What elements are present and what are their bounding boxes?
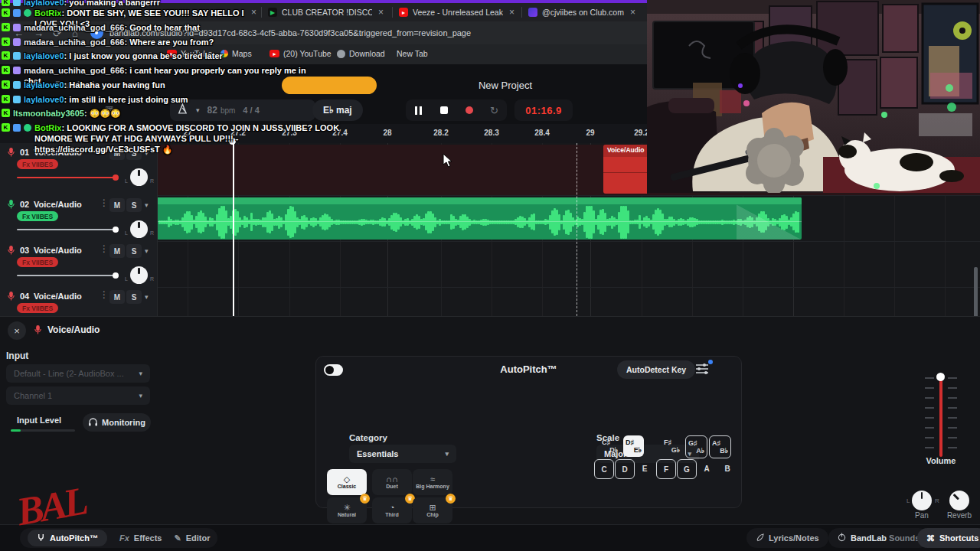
fx-badge[interactable]: Fx VIIBES — [17, 303, 58, 313]
shortcuts-button[interactable]: ⌘ Shortcuts — [917, 528, 980, 548]
track-name: Voice/Audio — [34, 200, 82, 209]
chevron-down-icon[interactable]: ▾ — [145, 293, 149, 301]
audio-clip-green[interactable] — [157, 197, 802, 240]
pan-knob[interactable] — [912, 491, 932, 510]
tab-effects[interactable]: Fx Effects — [119, 533, 162, 543]
mic-icon — [34, 324, 42, 338]
key-d[interactable]: D — [615, 459, 635, 479]
track-menu-icon[interactable]: ⋮ — [100, 197, 109, 208]
close-icon[interactable]: × — [508, 8, 516, 17]
solo-button[interactable]: S — [126, 244, 142, 258]
kick-badge-icon: K — [2, 109, 10, 117]
bandlab-sounds-button[interactable]: BandLab Sounds — [828, 528, 929, 548]
mute-button[interactable]: M — [109, 198, 125, 212]
user-badge-icon — [13, 24, 21, 31]
key-f[interactable]: F — [656, 459, 676, 479]
key-g[interactable]: G — [677, 459, 697, 479]
record-button[interactable] — [456, 99, 482, 121]
fx-badge[interactable]: Fx VIIBES — [17, 257, 58, 267]
user-badge-icon — [13, 0, 21, 6]
close-icon[interactable]: × — [377, 8, 385, 17]
preset-natural[interactable]: ♛ ✳ Natural — [327, 497, 367, 523]
close-icon[interactable]: × — [629, 8, 637, 17]
key-c-sharp[interactable]: C♯D♭ — [599, 435, 620, 457]
mic-icon — [7, 245, 15, 259]
loop-icon[interactable]: ↻ — [482, 99, 507, 121]
browser-tab[interactable]: ▸ Veeze - Unreleased Leak (Offi × — [399, 3, 520, 21]
track-pan-knob[interactable] — [130, 168, 148, 186]
track-volume-slider[interactable] — [17, 275, 117, 276]
playhead[interactable] — [233, 143, 234, 316]
pencil-icon: ✎ — [174, 533, 181, 543]
preset-chip[interactable]: ♛ ⊞ Chip — [413, 497, 452, 523]
volume-slider[interactable] — [939, 376, 942, 457]
track-header[interactable]: 04 Voice/Audio ⋮ M S ▾ Fx VIIBES — [0, 287, 158, 316]
input-channel-select[interactable]: Channel 1 ▾ — [6, 386, 150, 405]
fx-badge[interactable]: Fx VIIBES — [17, 159, 58, 169]
user-badge-icon — [13, 9, 21, 17]
volume-ticks — [925, 377, 934, 457]
premium-crown-icon: ♛ — [446, 494, 456, 504]
diamond-icon: ◇ — [344, 475, 350, 483]
stop-button[interactable] — [431, 99, 456, 121]
track-menu-icon[interactable]: ⋮ — [100, 243, 109, 254]
track-volume-slider[interactable] — [17, 229, 117, 230]
kick-badge-icon: K — [2, 66, 10, 74]
solo-button[interactable]: S — [126, 290, 142, 304]
track-header[interactable]: 02 Voice/Audio ⋮ M S ▾ Fx VIIBES L R — [0, 195, 158, 241]
volume-slider-thumb[interactable] — [936, 373, 945, 381]
key-a[interactable]: A — [697, 459, 716, 478]
tab-title: CLUB CREATOR !DISCORD — [282, 8, 372, 17]
track-number: 02 — [20, 200, 29, 209]
key-e[interactable]: E — [635, 459, 654, 478]
key-button[interactable]: E♭ maj — [312, 99, 363, 121]
tab-editor[interactable]: ✎ Editor — [174, 533, 210, 543]
key-a-sharp[interactable]: A♯B♭ — [709, 435, 731, 458]
key-g-sharp[interactable]: G♯A♭ — [685, 435, 707, 458]
track-header[interactable]: 03 Voice/Audio ⋮ M S ▾ Fx VIIBES L R — [0, 241, 158, 287]
mute-button[interactable]: M — [109, 244, 125, 258]
reverb-knob[interactable] — [949, 491, 969, 510]
close-panel-button[interactable]: × — [8, 321, 26, 340]
track-pan-knob[interactable] — [130, 220, 148, 238]
youtube-icon: ▸ — [399, 8, 408, 17]
track-number: 04 — [20, 292, 29, 301]
input-device-select[interactable]: Default - Line (2- AudioBox ... ▾ — [6, 364, 150, 383]
reverb-label: Reverb — [940, 511, 978, 520]
key-f-sharp[interactable]: F♯G♭ — [662, 435, 682, 457]
preset-third[interactable]: ♛ ◔ Third — [372, 497, 412, 523]
fx-badge[interactable]: Fx VIIBES — [17, 211, 58, 221]
key-b[interactable]: B — [718, 459, 737, 478]
track-volume-slider[interactable] — [17, 177, 117, 178]
key-d-sharp[interactable]: D♯E♭ — [623, 435, 644, 457]
category-label: Category — [349, 433, 387, 442]
track-pan-knob[interactable] — [130, 266, 148, 284]
quill-icon — [756, 533, 764, 543]
category-select[interactable]: Essentials ▾ — [349, 445, 456, 463]
pause-button[interactable] — [406, 99, 431, 121]
mute-button[interactable]: M — [109, 290, 125, 304]
vertical-scrollbar[interactable] — [974, 267, 978, 321]
track-menu-icon[interactable]: ⋮ — [100, 289, 109, 300]
monitoring-button[interactable]: Monitoring — [83, 413, 151, 432]
preset-duet[interactable]: ∩∩ Duet — [372, 469, 412, 495]
audio-clip-red[interactable]: Voice/Audio — [603, 145, 647, 194]
sliders-settings-icon[interactable] — [694, 362, 711, 377]
volume-label: Volume — [918, 456, 964, 465]
bookmark-download[interactable]: Download — [337, 49, 385, 58]
browser-tab[interactable]: ▶ CLUB CREATOR !DISCORD × — [268, 3, 390, 21]
chevron-down-icon[interactable]: ▾ — [145, 247, 149, 255]
chevron-down-icon[interactable]: ▾ — [145, 201, 149, 209]
bookmark-youtube-2[interactable]: ▸ (20) YouTube — [270, 49, 332, 58]
tab-autopitch[interactable]: AutoPitch™ — [28, 530, 107, 546]
key-c[interactable]: C — [594, 459, 614, 479]
solo-button[interactable]: S — [126, 198, 142, 212]
bookmark-label: New Tab — [397, 49, 428, 58]
browser-tab[interactable]: @cjviibes on Club.com × — [528, 3, 645, 21]
preset-classic[interactable]: ◇ Classic — [327, 469, 367, 495]
lyrics-notes-button[interactable]: Lyrics/Notes — [746, 528, 828, 548]
autodetect-key-button[interactable]: AutoDetect Key — [617, 360, 695, 379]
track-settings-panel: × Voice/Audio Input Default - Line (2- A… — [0, 316, 980, 525]
bookmark-new-tab[interactable]: New Tab — [397, 49, 428, 58]
preset-big-harmony[interactable]: ≈ Big Harmony — [413, 469, 452, 495]
